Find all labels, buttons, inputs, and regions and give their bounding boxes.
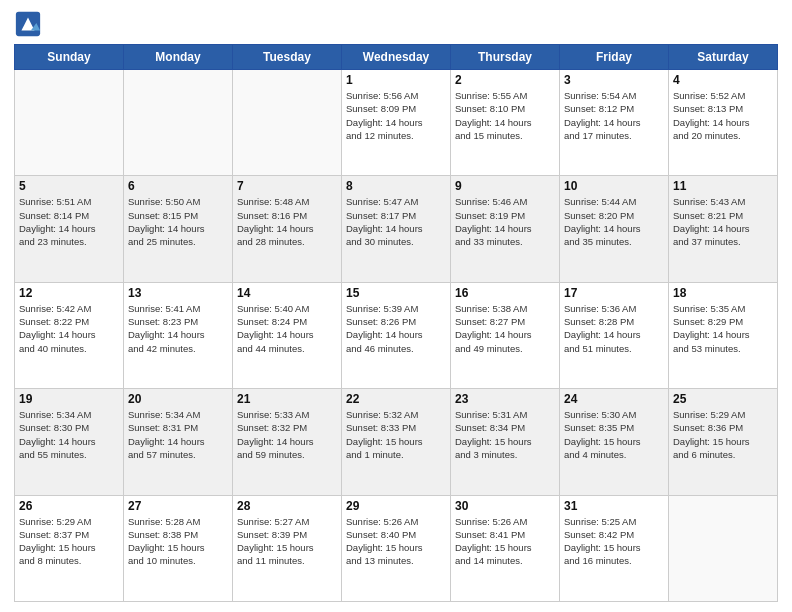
day-number: 30 [455, 499, 555, 513]
calendar-day-cell: 28Sunrise: 5:27 AM Sunset: 8:39 PM Dayli… [233, 495, 342, 601]
day-number: 6 [128, 179, 228, 193]
calendar-day-cell: 24Sunrise: 5:30 AM Sunset: 8:35 PM Dayli… [560, 389, 669, 495]
day-info: Sunrise: 5:29 AM Sunset: 8:36 PM Dayligh… [673, 408, 773, 461]
calendar-day-header: Friday [560, 45, 669, 70]
day-number: 31 [564, 499, 664, 513]
calendar-day-cell: 2Sunrise: 5:55 AM Sunset: 8:10 PM Daylig… [451, 70, 560, 176]
day-number: 4 [673, 73, 773, 87]
day-number: 5 [19, 179, 119, 193]
day-number: 16 [455, 286, 555, 300]
calendar-day-cell: 23Sunrise: 5:31 AM Sunset: 8:34 PM Dayli… [451, 389, 560, 495]
day-info: Sunrise: 5:25 AM Sunset: 8:42 PM Dayligh… [564, 515, 664, 568]
calendar-day-cell [15, 70, 124, 176]
calendar-day-cell: 27Sunrise: 5:28 AM Sunset: 8:38 PM Dayli… [124, 495, 233, 601]
calendar-day-cell: 19Sunrise: 5:34 AM Sunset: 8:30 PM Dayli… [15, 389, 124, 495]
calendar-week-row: 5Sunrise: 5:51 AM Sunset: 8:14 PM Daylig… [15, 176, 778, 282]
day-info: Sunrise: 5:47 AM Sunset: 8:17 PM Dayligh… [346, 195, 446, 248]
calendar-day-header: Tuesday [233, 45, 342, 70]
day-info: Sunrise: 5:36 AM Sunset: 8:28 PM Dayligh… [564, 302, 664, 355]
calendar-day-cell: 6Sunrise: 5:50 AM Sunset: 8:15 PM Daylig… [124, 176, 233, 282]
calendar-day-cell: 8Sunrise: 5:47 AM Sunset: 8:17 PM Daylig… [342, 176, 451, 282]
day-info: Sunrise: 5:51 AM Sunset: 8:14 PM Dayligh… [19, 195, 119, 248]
calendar-day-cell: 16Sunrise: 5:38 AM Sunset: 8:27 PM Dayli… [451, 282, 560, 388]
calendar-day-cell: 18Sunrise: 5:35 AM Sunset: 8:29 PM Dayli… [669, 282, 778, 388]
day-info: Sunrise: 5:42 AM Sunset: 8:22 PM Dayligh… [19, 302, 119, 355]
calendar-day-header: Monday [124, 45, 233, 70]
header [14, 10, 778, 38]
day-number: 19 [19, 392, 119, 406]
day-number: 20 [128, 392, 228, 406]
calendar-day-cell: 4Sunrise: 5:52 AM Sunset: 8:13 PM Daylig… [669, 70, 778, 176]
day-number: 23 [455, 392, 555, 406]
calendar-header-row: SundayMondayTuesdayWednesdayThursdayFrid… [15, 45, 778, 70]
calendar-day-cell [669, 495, 778, 601]
day-number: 7 [237, 179, 337, 193]
calendar-day-header: Sunday [15, 45, 124, 70]
calendar-day-cell: 21Sunrise: 5:33 AM Sunset: 8:32 PM Dayli… [233, 389, 342, 495]
day-info: Sunrise: 5:29 AM Sunset: 8:37 PM Dayligh… [19, 515, 119, 568]
day-info: Sunrise: 5:43 AM Sunset: 8:21 PM Dayligh… [673, 195, 773, 248]
logo-icon [14, 10, 42, 38]
calendar-day-cell: 26Sunrise: 5:29 AM Sunset: 8:37 PM Dayli… [15, 495, 124, 601]
day-info: Sunrise: 5:40 AM Sunset: 8:24 PM Dayligh… [237, 302, 337, 355]
day-info: Sunrise: 5:28 AM Sunset: 8:38 PM Dayligh… [128, 515, 228, 568]
page: SundayMondayTuesdayWednesdayThursdayFrid… [0, 0, 792, 612]
day-number: 9 [455, 179, 555, 193]
calendar-week-row: 1Sunrise: 5:56 AM Sunset: 8:09 PM Daylig… [15, 70, 778, 176]
calendar-day-cell: 31Sunrise: 5:25 AM Sunset: 8:42 PM Dayli… [560, 495, 669, 601]
day-number: 10 [564, 179, 664, 193]
day-info: Sunrise: 5:38 AM Sunset: 8:27 PM Dayligh… [455, 302, 555, 355]
day-number: 3 [564, 73, 664, 87]
day-info: Sunrise: 5:50 AM Sunset: 8:15 PM Dayligh… [128, 195, 228, 248]
day-info: Sunrise: 5:48 AM Sunset: 8:16 PM Dayligh… [237, 195, 337, 248]
calendar-day-cell [124, 70, 233, 176]
day-number: 28 [237, 499, 337, 513]
day-info: Sunrise: 5:35 AM Sunset: 8:29 PM Dayligh… [673, 302, 773, 355]
calendar-day-cell: 3Sunrise: 5:54 AM Sunset: 8:12 PM Daylig… [560, 70, 669, 176]
calendar-day-cell: 12Sunrise: 5:42 AM Sunset: 8:22 PM Dayli… [15, 282, 124, 388]
calendar-day-cell: 29Sunrise: 5:26 AM Sunset: 8:40 PM Dayli… [342, 495, 451, 601]
calendar-day-cell: 20Sunrise: 5:34 AM Sunset: 8:31 PM Dayli… [124, 389, 233, 495]
day-number: 27 [128, 499, 228, 513]
calendar-week-row: 12Sunrise: 5:42 AM Sunset: 8:22 PM Dayli… [15, 282, 778, 388]
day-info: Sunrise: 5:33 AM Sunset: 8:32 PM Dayligh… [237, 408, 337, 461]
day-number: 24 [564, 392, 664, 406]
day-number: 8 [346, 179, 446, 193]
calendar-day-cell: 11Sunrise: 5:43 AM Sunset: 8:21 PM Dayli… [669, 176, 778, 282]
calendar-day-cell: 14Sunrise: 5:40 AM Sunset: 8:24 PM Dayli… [233, 282, 342, 388]
day-info: Sunrise: 5:56 AM Sunset: 8:09 PM Dayligh… [346, 89, 446, 142]
day-info: Sunrise: 5:32 AM Sunset: 8:33 PM Dayligh… [346, 408, 446, 461]
day-info: Sunrise: 5:54 AM Sunset: 8:12 PM Dayligh… [564, 89, 664, 142]
calendar-day-cell: 5Sunrise: 5:51 AM Sunset: 8:14 PM Daylig… [15, 176, 124, 282]
day-info: Sunrise: 5:26 AM Sunset: 8:41 PM Dayligh… [455, 515, 555, 568]
day-info: Sunrise: 5:55 AM Sunset: 8:10 PM Dayligh… [455, 89, 555, 142]
day-number: 11 [673, 179, 773, 193]
calendar-day-cell: 9Sunrise: 5:46 AM Sunset: 8:19 PM Daylig… [451, 176, 560, 282]
calendar-day-cell: 1Sunrise: 5:56 AM Sunset: 8:09 PM Daylig… [342, 70, 451, 176]
day-info: Sunrise: 5:44 AM Sunset: 8:20 PM Dayligh… [564, 195, 664, 248]
calendar-week-row: 19Sunrise: 5:34 AM Sunset: 8:30 PM Dayli… [15, 389, 778, 495]
day-info: Sunrise: 5:46 AM Sunset: 8:19 PM Dayligh… [455, 195, 555, 248]
day-number: 14 [237, 286, 337, 300]
calendar-day-cell: 30Sunrise: 5:26 AM Sunset: 8:41 PM Dayli… [451, 495, 560, 601]
calendar-day-cell: 7Sunrise: 5:48 AM Sunset: 8:16 PM Daylig… [233, 176, 342, 282]
day-info: Sunrise: 5:26 AM Sunset: 8:40 PM Dayligh… [346, 515, 446, 568]
calendar-day-header: Saturday [669, 45, 778, 70]
day-number: 2 [455, 73, 555, 87]
day-number: 29 [346, 499, 446, 513]
calendar-day-cell: 10Sunrise: 5:44 AM Sunset: 8:20 PM Dayli… [560, 176, 669, 282]
day-number: 1 [346, 73, 446, 87]
day-number: 15 [346, 286, 446, 300]
calendar-day-header: Wednesday [342, 45, 451, 70]
day-info: Sunrise: 5:34 AM Sunset: 8:30 PM Dayligh… [19, 408, 119, 461]
day-info: Sunrise: 5:27 AM Sunset: 8:39 PM Dayligh… [237, 515, 337, 568]
calendar-day-header: Thursday [451, 45, 560, 70]
day-number: 22 [346, 392, 446, 406]
day-info: Sunrise: 5:52 AM Sunset: 8:13 PM Dayligh… [673, 89, 773, 142]
day-number: 26 [19, 499, 119, 513]
calendar-day-cell: 22Sunrise: 5:32 AM Sunset: 8:33 PM Dayli… [342, 389, 451, 495]
day-number: 21 [237, 392, 337, 406]
day-info: Sunrise: 5:31 AM Sunset: 8:34 PM Dayligh… [455, 408, 555, 461]
day-info: Sunrise: 5:39 AM Sunset: 8:26 PM Dayligh… [346, 302, 446, 355]
logo [14, 10, 46, 38]
